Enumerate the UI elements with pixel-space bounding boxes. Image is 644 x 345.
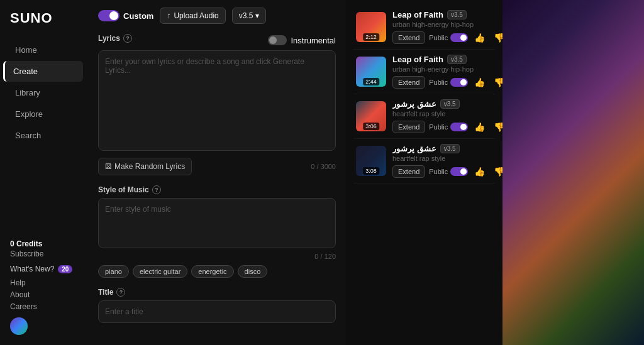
table-row: 2:12 Leap of Faith v3.5 urban high-energ…	[353, 5, 495, 50]
public-toggle-1[interactable]: Public	[429, 33, 468, 42]
track-version-3: v3.5	[440, 99, 460, 109]
pub-track-3[interactable]	[450, 123, 468, 131]
toggle-track[interactable]	[98, 10, 119, 21]
track-genre-1: urban high-energy hip-hop	[392, 21, 492, 28]
instrumental-label: Instrumental	[291, 36, 336, 45]
whats-new-label: What's New?	[10, 265, 54, 273]
track-title-row-1: Leap of Faith v3.5	[392, 10, 492, 19]
dislike-icon-3[interactable]: 👎	[491, 121, 502, 133]
main-panel: Custom ↑ Upload Audio v3.5 ▾ Lyrics ? In…	[88, 0, 346, 345]
public-label-1: Public	[429, 34, 448, 41]
extend-button-4[interactable]: Extend	[392, 165, 425, 178]
upload-audio-button[interactable]: ↑ Upload Audio	[160, 8, 225, 24]
like-icon-2[interactable]: 👍	[472, 76, 487, 89]
version-label: v3.5	[239, 11, 253, 20]
public-toggle-2[interactable]: Public	[429, 78, 468, 87]
like-icon-3[interactable]: 👍	[472, 121, 487, 133]
title-input[interactable]	[98, 300, 336, 323]
upload-icon: ↑	[167, 11, 170, 20]
sidebar-item-label: Library	[15, 88, 40, 97]
version-selector[interactable]: v3.5 ▾	[232, 8, 267, 24]
title-label-group: Title ?	[98, 288, 336, 297]
style-tag-disco[interactable]: disco	[238, 265, 268, 278]
sidebar-item-label: Create	[13, 67, 38, 76]
lyrics-label: Lyrics	[98, 34, 120, 43]
whats-new-button[interactable]: What's New? 20	[10, 265, 78, 273]
style-help-icon[interactable]: ?	[152, 185, 161, 194]
pub-track-1[interactable]	[450, 33, 468, 42]
dislike-icon-2[interactable]: 👎	[491, 76, 502, 89]
lyrics-label-group: Lyrics ?	[98, 34, 132, 43]
lyrics-help-icon[interactable]: ?	[123, 34, 132, 43]
custom-label: Custom	[123, 11, 153, 21]
track-thumbnail-3[interactable]: 3:06	[356, 101, 386, 131]
lyrics-char-count: 0 / 3000	[311, 163, 336, 170]
pub-thumb-1	[460, 35, 467, 41]
extend-button-3[interactable]: Extend	[392, 121, 425, 133]
lyrics-input[interactable]	[98, 50, 336, 151]
toggle-thumb	[109, 11, 118, 20]
sidebar-item-library[interactable]: Library	[5, 82, 83, 103]
random-lyrics-label: Make Random Lyrics	[114, 162, 185, 171]
pub-track-2[interactable]	[450, 78, 468, 87]
track-info-3: عشق پرشور v3.5 heartfelt rap style Exten…	[392, 99, 492, 133]
style-label-group: Style of Music ?	[98, 185, 336, 194]
upload-audio-label: Upload Audio	[174, 11, 218, 20]
track-thumbnail-4[interactable]: 3:08	[356, 146, 386, 176]
style-tag-electric-guitar[interactable]: electric guitar	[133, 265, 187, 278]
credits-display: 0 Credits	[10, 239, 78, 248]
track-thumbnail-1[interactable]: 2:12	[356, 12, 386, 42]
about-link[interactable]: About	[10, 290, 78, 299]
like-icon-1[interactable]: 👍	[472, 31, 487, 44]
track-version-2: v3.5	[447, 55, 467, 64]
public-toggle-3[interactable]: Public	[429, 123, 468, 131]
public-label-2: Public	[429, 79, 448, 86]
track-info-4: عشق پرشور v3.5 heartfelt rap style Exten…	[392, 144, 492, 178]
extend-button-1[interactable]: Extend	[392, 31, 425, 44]
avatar[interactable]	[10, 317, 28, 335]
table-row: 3:06 عشق پرشور v3.5 heartfelt rap style …	[353, 94, 495, 139]
app-logo: SUNO	[0, 10, 88, 39]
sidebar-item-label: Search	[15, 131, 41, 140]
pub-thumb-3	[460, 124, 467, 130]
track-genre-2: urban high-energy hip-hop	[392, 65, 492, 73]
public-toggle-4[interactable]: Public	[429, 167, 468, 176]
style-label: Style of Music	[98, 185, 149, 194]
track-title-row-2: Leap of Faith v3.5	[392, 55, 492, 64]
sidebar-item-label: Home	[15, 45, 37, 55]
instrumental-thumb	[269, 36, 277, 44]
like-icon-4[interactable]: 👍	[472, 165, 487, 178]
subscribe-button[interactable]: Subscribe	[10, 249, 78, 258]
instrumental-track[interactable]	[268, 35, 287, 45]
dislike-icon-4[interactable]: 👎	[491, 165, 502, 178]
style-tag-energetic[interactable]: energetic	[191, 265, 233, 278]
track-thumbnail-2[interactable]: 2:44	[356, 57, 386, 87]
sidebar-item-explore[interactable]: Explore	[5, 104, 83, 124]
track-duration-4: 3:08	[363, 167, 379, 175]
instrumental-toggle[interactable]: Instrumental	[268, 35, 336, 45]
table-row: 3:08 عشق پرشور v3.5 heartfelt rap style …	[353, 139, 495, 183]
track-actions-4: Extend Public 👍 👎 ↗ ⋮	[392, 165, 492, 178]
sidebar-item-create[interactable]: Create	[3, 61, 83, 82]
dice-icon: ⚄	[105, 162, 111, 171]
custom-toggle-switch[interactable]: Custom	[98, 10, 153, 21]
careers-link[interactable]: Careers	[10, 302, 78, 311]
public-label-4: Public	[429, 168, 448, 175]
sidebar-item-label: Explore	[15, 109, 43, 119]
lyrics-footer: ⚄ Make Random Lyrics 0 / 3000	[98, 158, 336, 175]
title-help-icon[interactable]: ?	[116, 288, 125, 297]
style-input[interactable]	[98, 198, 336, 248]
track-version-4: v3.5	[440, 144, 460, 153]
pub-track-4[interactable]	[450, 167, 468, 176]
help-link[interactable]: Help	[10, 278, 78, 287]
sidebar-item-home[interactable]: Home	[5, 40, 83, 60]
random-lyrics-button[interactable]: ⚄ Make Random Lyrics	[98, 158, 192, 175]
extend-button-2[interactable]: Extend	[392, 76, 425, 89]
style-tag-piano[interactable]: piano	[98, 265, 129, 278]
title-label: Title	[98, 288, 113, 297]
style-tags: piano electric guitar energetic disco	[98, 265, 336, 278]
sidebar-item-search[interactable]: Search	[5, 125, 83, 146]
track-name-4: عشق پرشور	[392, 144, 436, 153]
track-genre-4: heartfelt rap style	[392, 155, 492, 162]
dislike-icon-1[interactable]: 👎	[491, 31, 502, 44]
